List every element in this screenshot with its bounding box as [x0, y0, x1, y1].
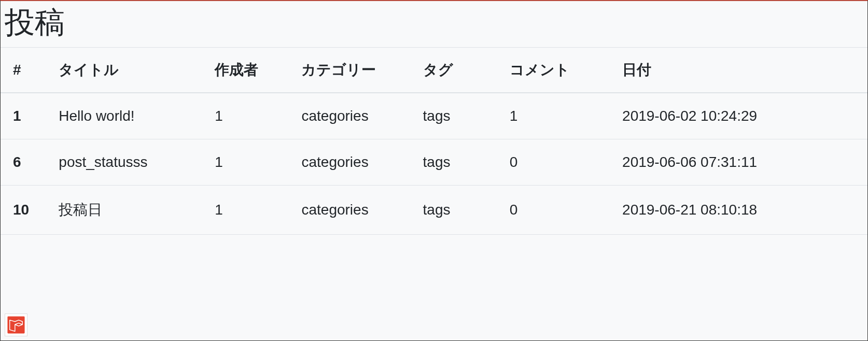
table-row: 6 post_statusss 1 categories tags 0 2019… [1, 139, 867, 186]
cell-author: 1 [208, 93, 295, 139]
cell-tag: tags [417, 139, 503, 186]
header-category: カテゴリー [295, 48, 416, 93]
laravel-badge-icon[interactable] [5, 314, 27, 336]
cell-author: 1 [208, 186, 295, 235]
cell-category: categories [295, 93, 416, 139]
header-author: 作成者 [208, 48, 295, 93]
cell-tag: tags [417, 186, 503, 235]
cell-title: post_statusss [52, 139, 208, 186]
cell-date: 2019-06-02 10:24:29 [616, 93, 867, 139]
header-date: 日付 [616, 48, 867, 93]
table-row: 10 投稿日 1 categories tags 0 2019-06-21 08… [1, 186, 867, 235]
cell-title: 投稿日 [52, 186, 208, 235]
header-id: # [1, 48, 52, 93]
table-body: 1 Hello world! 1 categories tags 1 2019-… [1, 93, 867, 235]
cell-comment: 0 [503, 139, 616, 186]
cell-date: 2019-06-06 07:31:11 [616, 139, 867, 186]
header-comment: コメント [503, 48, 616, 93]
cell-id: 1 [1, 93, 52, 139]
laravel-icon [7, 316, 25, 334]
page-title: 投稿 [1, 1, 867, 43]
cell-category: categories [295, 186, 416, 235]
header-title: タイトル [52, 48, 208, 93]
table-header-row: # タイトル 作成者 カテゴリー タグ コメント 日付 [1, 48, 867, 93]
posts-table: # タイトル 作成者 カテゴリー タグ コメント 日付 1 Hello worl… [1, 47, 867, 235]
cell-id: 10 [1, 186, 52, 235]
cell-tag: tags [417, 93, 503, 139]
table-row: 1 Hello world! 1 categories tags 1 2019-… [1, 93, 867, 139]
cell-id: 6 [1, 139, 52, 186]
cell-comment: 1 [503, 93, 616, 139]
cell-author: 1 [208, 139, 295, 186]
header-tag: タグ [417, 48, 503, 93]
cell-date: 2019-06-21 08:10:18 [616, 186, 867, 235]
cell-title: Hello world! [52, 93, 208, 139]
cell-category: categories [295, 139, 416, 186]
cell-comment: 0 [503, 186, 616, 235]
